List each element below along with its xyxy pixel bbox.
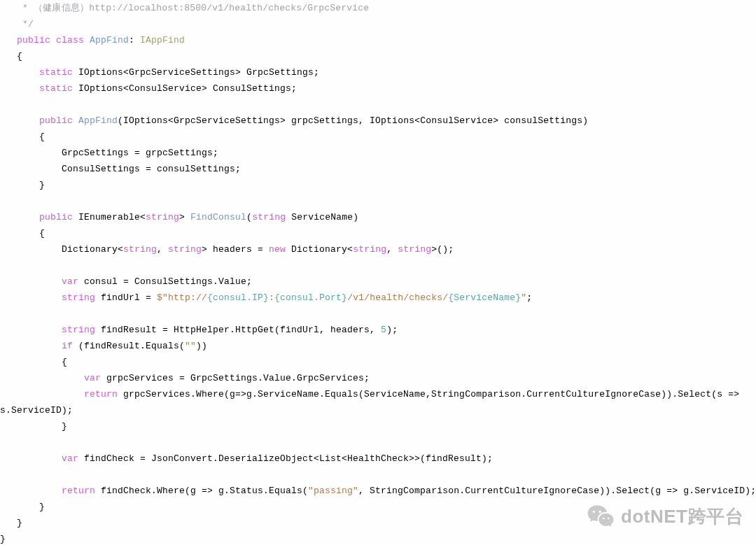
class-name: AppFind (90, 35, 129, 45)
brace: } (0, 502, 45, 512)
kw-new: new (269, 244, 286, 255)
decl: IOptions<GrpcServiceSettings> GrpcSettin… (73, 67, 319, 78)
str-interp: {consul.IP} (207, 292, 269, 303)
kw-public: public (39, 212, 73, 222)
str-literal: "passing" (308, 486, 358, 496)
comment-url: http://localhost:8500/v1/health/checks/G… (89, 3, 369, 13)
stmt: ConsulSettings = consulSettings; (0, 164, 241, 174)
comment-end: */ (0, 19, 34, 29)
ctor-params: (IOptions<GrpcServiceSettings> grpcSetti… (118, 115, 588, 126)
code-block: * （健康信息）http://localhost:8500/v1/health/… (0, 0, 756, 545)
ctor-name: AppFind (78, 115, 118, 126)
kw-string: string (62, 292, 95, 303)
kw-string: string (146, 212, 179, 222)
stmt-wrap: s.ServiceID); (0, 405, 73, 416)
brace: } (0, 518, 22, 528)
interface-name: IAppFind (140, 35, 185, 45)
brace: { (0, 357, 67, 367)
kw-if: if (62, 341, 73, 351)
kw-string: string (62, 325, 95, 335)
kw-string: string (252, 212, 286, 222)
comment-line: * （健康信息） (0, 3, 89, 13)
stmt: GrpcSettings = grpcSettings; (0, 148, 218, 158)
kw-public: public (17, 35, 50, 45)
str-literal: "" (185, 341, 196, 351)
kw-var: var (84, 373, 101, 383)
brace: { (0, 51, 22, 62)
brace: } (0, 534, 6, 544)
brace: { (0, 228, 45, 239)
kw-return: return (62, 486, 95, 496)
decl: IOptions<ConsulService> ConsulSettings; (73, 83, 297, 94)
str-interp: {consul.Port} (274, 292, 347, 303)
kw-static: static (39, 67, 73, 78)
kw-class: class (56, 35, 84, 45)
brace: } (0, 421, 67, 432)
kw-static: static (39, 83, 73, 94)
str-literal: $"http:// (157, 292, 207, 303)
kw-public: public (39, 115, 73, 126)
str-interp: {ServiceName} (448, 292, 521, 303)
brace: { (0, 132, 45, 142)
kw-var: var (62, 276, 78, 287)
number-literal: 5 (381, 325, 386, 335)
method-name: FindConsul (190, 212, 246, 222)
brace: } (0, 180, 45, 190)
kw-var: var (62, 453, 78, 464)
kw-return: return (84, 389, 118, 399)
